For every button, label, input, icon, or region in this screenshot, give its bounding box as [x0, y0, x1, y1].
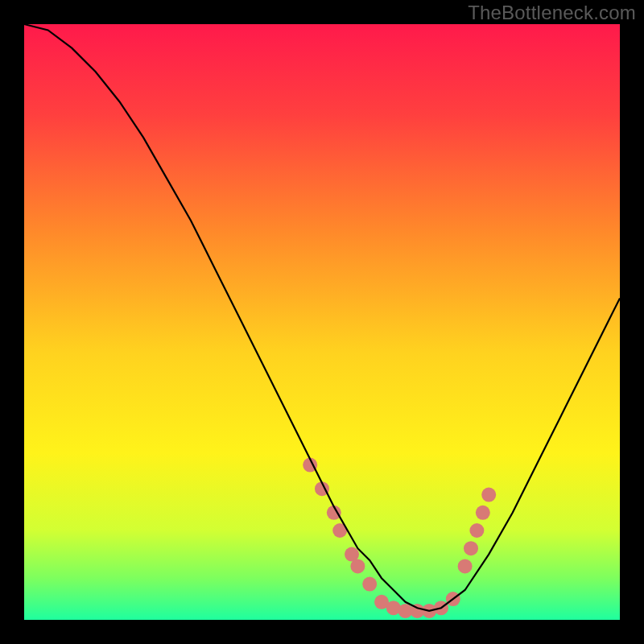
- highlight-dot: [476, 506, 490, 520]
- highlight-dot: [350, 559, 365, 573]
- highlight-dot: [469, 523, 484, 538]
- highlight-dot: [481, 488, 496, 502]
- highlight-dot: [362, 577, 377, 592]
- plot-background: [24, 24, 620, 620]
- chart-frame: { "watermark": "TheBottleneck.com", "cha…: [0, 0, 644, 644]
- highlight-dot: [464, 541, 478, 555]
- watermark-text: TheBottleneck.com: [468, 2, 636, 24]
- highlight-dot: [458, 559, 473, 573]
- bottleneck-chart: [0, 0, 644, 644]
